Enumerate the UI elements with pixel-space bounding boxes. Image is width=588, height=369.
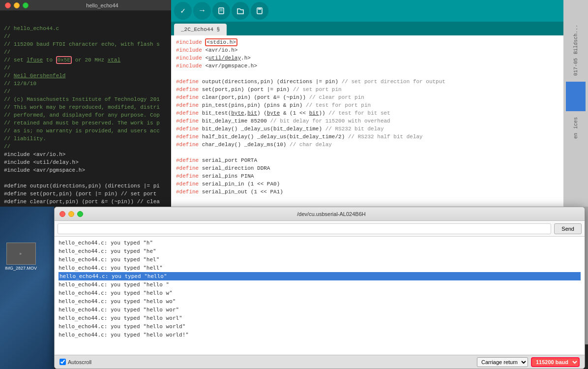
code-line: // Neil Gershenfeld bbox=[4, 72, 167, 80]
window-controls bbox=[0, 2, 33, 8]
left-code-editor: hello_echo44 // hello_echo44.c // // 115… bbox=[0, 0, 171, 207]
code-line: #define bit_test(byte,bit) (byte & (1 <<… bbox=[176, 109, 583, 117]
code-line: #include <stdio.h> bbox=[176, 38, 583, 46]
autoscroll-control: Autoscroll bbox=[59, 359, 91, 365]
serial-monitor-title: /dev/cu.usbserial-AL024B6H bbox=[83, 211, 580, 217]
verify-button[interactable]: ✓ bbox=[174, 2, 192, 20]
arduino-code-editor[interactable]: #include <stdio.h> #include <avr/io.h> #… bbox=[171, 35, 588, 207]
serial-close-button[interactable] bbox=[59, 211, 65, 217]
code-line: // liability. bbox=[4, 135, 167, 143]
code-line: #define bit_delay() _delay_us(bit_delay_… bbox=[176, 125, 583, 133]
code-line: #define clear(port,pin) (port &= (~pin))… bbox=[4, 198, 167, 206]
serial-bottom-bar: Autoscroll No line ending Newline Carria… bbox=[55, 355, 585, 369]
code-line: #include <avr/pgmspace.h> bbox=[176, 62, 583, 70]
autoscroll-checkbox[interactable] bbox=[59, 359, 66, 365]
arduino-tab-active[interactable]: _2C_Echo44 § bbox=[174, 24, 227, 35]
serial-output-line: hello_echo44.c: you typed "hello wor" bbox=[59, 306, 581, 314]
sidebar-label-0[interactable]: Bildsch... bbox=[573, 25, 579, 54]
maximize-button[interactable] bbox=[23, 2, 29, 8]
left-code-content[interactable]: // hello_echo44.c // // 115200 baud FTDI… bbox=[0, 23, 171, 207]
code-line: #define char_delay() _delay_ms(10) // ch… bbox=[176, 141, 583, 149]
serial-input-field[interactable] bbox=[58, 223, 551, 234]
code-line: #include <avr/pgmspace.h> bbox=[4, 166, 167, 174]
code-line: #define serial_pins PINA bbox=[176, 172, 583, 180]
serial-output-line: hello_echo44.c: you typed "hel" bbox=[59, 255, 581, 264]
file-thumbnail: ▶ bbox=[6, 243, 36, 265]
code-line: // This work may be reproduced, modified… bbox=[4, 103, 167, 111]
code-line: #define pin_test(pins,pin) (pins & pin) … bbox=[176, 101, 583, 109]
code-line bbox=[4, 174, 167, 182]
serial-output-line: hello_echo44.c: you typed "hello world!" bbox=[59, 331, 581, 339]
line-ending-select[interactable]: No line ending Newline Carriage return B… bbox=[477, 357, 528, 367]
serial-output-line: hello_echo44.c: you typed "h" bbox=[59, 239, 581, 247]
baud-rate-select[interactable]: 300 baud 1200 baud 2400 baud 4800 baud 9… bbox=[531, 357, 580, 367]
serial-output-line-active: hello_echo44.c: you typed "hello" bbox=[59, 272, 581, 280]
code-line: // hello_echo44.c bbox=[4, 25, 167, 32]
arduino-tab-bar: _2C_Echo44 § ▾ bbox=[171, 22, 588, 35]
code-line: // bbox=[4, 64, 167, 72]
code-line: // 115200 baud FTDI character echo, with… bbox=[4, 40, 167, 48]
code-line bbox=[176, 70, 583, 78]
serial-input-bar: Send bbox=[55, 221, 585, 237]
sidebar-label-1[interactable]: 017-05 bbox=[573, 58, 579, 76]
serial-output-line: hello_echo44.c: you typed "hello worl" bbox=[59, 314, 581, 322]
code-line: #include <util/delay.h> bbox=[4, 158, 167, 166]
arduino-tab-label: _2C_Echo44 § bbox=[181, 27, 220, 32]
code-line: #define clear(port,pin) (port &= (~pin))… bbox=[176, 93, 583, 101]
serial-output-line: hello_echo44.c: you typed "he" bbox=[59, 247, 581, 255]
serial-monitor-titlebar: /dev/cu.usbserial-AL024B6H bbox=[55, 207, 585, 221]
code-line: // retained and must be preserved. The w… bbox=[4, 119, 167, 127]
close-button[interactable] bbox=[5, 2, 11, 8]
serial-maximize-button[interactable] bbox=[77, 211, 83, 217]
minimize-button[interactable] bbox=[14, 2, 20, 8]
code-line: // (c) Massachusetts Institute of Techno… bbox=[4, 95, 167, 103]
code-line: #define output(directions,pin) (directio… bbox=[4, 182, 167, 190]
code-line: #define half_bit_delay() _delay_us(bit_d… bbox=[176, 133, 583, 141]
sidebar-preview[interactable] bbox=[566, 82, 586, 111]
serial-output-line: hello_echo44.c: you typed "hello w" bbox=[59, 289, 581, 297]
code-line: #include <avr/io.h> bbox=[4, 151, 167, 158]
left-editor-titlebar: hello_echo44 bbox=[0, 0, 171, 11]
serial-output-line: hello_echo44.c: you typed "hello wo" bbox=[59, 297, 581, 306]
code-line: #define serial_direction DDRA bbox=[176, 164, 583, 172]
upload-button[interactable]: → bbox=[193, 2, 211, 20]
serial-output-line: hello_echo44.c: you typed "hello " bbox=[59, 280, 581, 289]
bottom-right-controls: No line ending Newline Carriage return B… bbox=[477, 357, 580, 367]
code-line: #define serial_pin_in (1 << PA0) bbox=[176, 180, 583, 188]
desktop-background bbox=[0, 207, 54, 369]
serial-output-line: hello_echo44.c: you typed "hello world" bbox=[59, 322, 581, 331]
file-label: IMG_2827.MOV bbox=[5, 266, 37, 271]
code-line: // bbox=[4, 48, 167, 56]
right-sidebar: Bildsch... 017-05 ices en bbox=[563, 0, 588, 207]
serial-output-area[interactable]: hello_echo44.c: you typed "h" hello_echo… bbox=[55, 237, 585, 355]
serial-output-line: hello_echo44.c: you typed "hell" bbox=[59, 264, 581, 272]
new-button[interactable] bbox=[212, 2, 230, 20]
arduino-toolbar: ✓ → bbox=[171, 0, 588, 22]
send-button[interactable]: Send bbox=[554, 223, 582, 234]
code-line: // bbox=[4, 88, 167, 95]
editor-title: hello_echo44 bbox=[33, 2, 171, 8]
code-line: // set lfuse to 0x5E or 20 MHz xtal bbox=[4, 56, 167, 64]
code-line: #include <util/delay.h> bbox=[176, 54, 583, 62]
save-button[interactable] bbox=[251, 2, 268, 20]
code-line bbox=[176, 149, 583, 156]
code-line: #define set(port,pin) (port |= pin) // s… bbox=[176, 86, 583, 93]
code-line: #define output(directions,pin) (directio… bbox=[176, 78, 583, 86]
desktop-file[interactable]: ▶ IMG_2827.MOV bbox=[5, 243, 37, 271]
sidebar-label-2[interactable]: ices bbox=[573, 117, 579, 129]
code-line: // bbox=[4, 32, 167, 40]
code-line: #define bit_delay_time 85200 // bit dela… bbox=[176, 117, 583, 125]
serial-window-controls bbox=[59, 211, 83, 217]
toolbar-icon-group: ✓ → bbox=[174, 2, 268, 20]
code-line: #define serial_port PORTA bbox=[176, 156, 583, 164]
open-button[interactable] bbox=[232, 2, 249, 20]
code-line: #define serial_pin_out (1 << PA1) bbox=[176, 188, 583, 196]
code-line: // 12/8/10 bbox=[4, 80, 167, 88]
serial-monitor-window: /dev/cu.usbserial-AL024B6H Send hello_ec… bbox=[54, 207, 585, 369]
sidebar-label-3[interactable]: en bbox=[573, 133, 579, 139]
code-line: #define set(port,pin) (port |= pin) // s… bbox=[4, 190, 167, 198]
code-line: #include <avr/io.h> bbox=[176, 46, 583, 54]
serial-minimize-button[interactable] bbox=[68, 211, 74, 217]
code-line: // as is; no warranty is provided, and u… bbox=[4, 127, 167, 135]
svg-rect-4 bbox=[258, 8, 261, 10]
